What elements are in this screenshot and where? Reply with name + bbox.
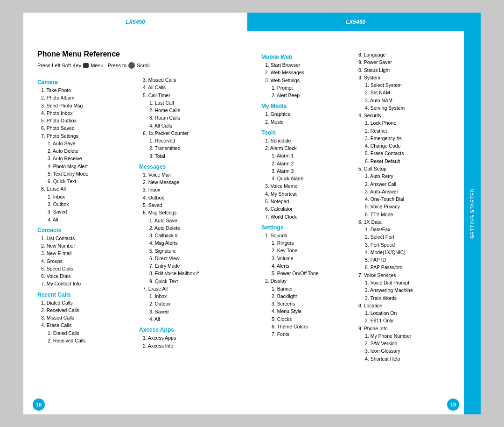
mobile-web-heading: Mobile Web (261, 54, 350, 60)
list-item: 7. Erase All (143, 285, 232, 292)
list-item: 1. Auto Save (48, 140, 135, 147)
list-item: 7. Entry Mode (149, 262, 232, 270)
list-item: 3. Auto-Answer (365, 188, 448, 195)
list-item: 3. Icon Glossary (365, 347, 448, 355)
list-item: 1. Prompt (272, 84, 350, 92)
messages-heading: Messages (139, 164, 232, 170)
list-item: 1. Start Browser (265, 61, 350, 69)
list-item: 4. Outbox (143, 194, 232, 201)
list-item: 2. Home Calls (149, 107, 232, 114)
list-item: 1. Axcess Apps (143, 334, 232, 342)
list-item: 9. Phone Info (358, 325, 448, 332)
list-item: 3. Volume (272, 255, 350, 262)
right-col1: Mobile Web 1. Start Browser 2. Web Messa… (261, 50, 350, 396)
my-media-content: 1. Graphics 2. Music (265, 110, 350, 126)
right-tab: Getting Started (464, 13, 481, 414)
left-col1: Camera 1. Take Photo 2. Photo Album 3. S… (37, 75, 135, 349)
list-item: 4. Erase Calls (41, 321, 135, 329)
list-item: 4. My Shortcut (265, 190, 350, 198)
list-item: 2. Answering Machine (365, 286, 448, 294)
list-item: 8. Location (358, 302, 448, 309)
list-item: 2. Axcess Info (143, 342, 232, 349)
list-item: 1. Take Photo (41, 86, 135, 94)
list-item: 3. Missed Calls (41, 314, 135, 321)
camera-heading: Camera (37, 79, 135, 85)
list-item: 2. Received Calls (48, 337, 135, 344)
list-item: 1. Dialed Calls (48, 329, 135, 337)
list-item: 6. Reset Default (365, 157, 448, 165)
list-item: 2. Received Calls (41, 306, 135, 314)
axcess-apps-content: 1. Axcess Apps 2. Axcess Info (143, 334, 232, 349)
list-item: 4. Quick Alarm (272, 175, 350, 182)
list-item: 5. PAP ID (365, 256, 448, 263)
list-item: 2. Alarm Clock (265, 144, 350, 152)
settings-heading: Settings (261, 224, 350, 231)
list-item: 5. Speed Dials (41, 265, 135, 272)
left-header-title: LX5450 (126, 19, 145, 25)
list-item: 3. Saved (48, 208, 135, 215)
list-item: 1. Location On (365, 309, 448, 317)
list-item: 4. Shortcut Help (365, 355, 448, 363)
list-item: 2. Set NAM (365, 89, 448, 96)
list-item: 3. Total (149, 152, 232, 160)
list-item: 8. Edit Voice Mailbox # (149, 270, 232, 277)
list-item: 2. New Number (41, 242, 135, 249)
list-item: 6. Photo Saved (41, 124, 135, 132)
list-item: 5. Clocks (272, 315, 350, 323)
list-item: 4. Security (358, 112, 448, 119)
list-item: 4. Serving System (365, 104, 448, 112)
list-item: 4. Msg Alerts (149, 239, 232, 247)
right-col2: 8. Language 9. Power Saver 0. Status Lig… (355, 50, 448, 396)
list-item: 4. All (48, 216, 135, 223)
list-item: 5. Call Timer (143, 92, 232, 99)
messages-content: 1. Voice Mail 2. New Message 3. Inbox 4.… (143, 171, 232, 323)
nav-icon (128, 62, 135, 69)
list-item: 4. All Calls (143, 84, 232, 91)
list-item: 3. Roam Calls (149, 114, 232, 121)
list-item: 3. Port Speed (365, 241, 448, 249)
page-number-left: 18 (33, 399, 45, 411)
right-header: LX5450 (247, 13, 464, 31)
list-item: 4. Photo Msg Alert (48, 163, 135, 170)
list-item: 1. Graphics (265, 110, 350, 118)
list-item: 4. All (149, 315, 232, 323)
list-item: 4. All Calls (149, 122, 232, 129)
list-item: 7. Photo Settings (41, 132, 135, 140)
list-item: 2. Backlight (272, 292, 350, 300)
contacts-content: 1. List Contacts 2. New Number 3. New E-… (41, 235, 135, 288)
list-item: 5. Signature (149, 247, 232, 255)
right-header-title: LX5450 (346, 19, 365, 25)
list-item: 8. Erase All (41, 185, 135, 192)
recent-calls-heading: Recent Calls (37, 292, 135, 298)
list-item: 7. World Clock (265, 213, 350, 221)
list-item: 5. Saved (143, 201, 232, 209)
settings-continued: 8. Language 9. Power Saver 0. Status Lig… (358, 51, 448, 363)
list-item: 3. Train Words (365, 294, 448, 302)
list-item: 1. Lock Phone (365, 119, 448, 127)
list-item: 5. Power On/Off Tone (272, 270, 350, 277)
list-item: 3. Auto NAM (365, 97, 448, 104)
list-item: 1. Voice Dial Prompt (365, 279, 448, 286)
list-item: 3. Inbox (143, 186, 232, 193)
list-item: 6. Voice Dials (41, 272, 135, 280)
list-item: 1. Banner (272, 285, 350, 292)
list-item: 2. Answer Call (365, 180, 448, 188)
list-item: 2. Web Messages (265, 69, 350, 76)
list-item: 6. 1X Data (358, 218, 448, 226)
my-media-heading: My Media (261, 103, 350, 109)
list-item: 6. PAP Password (365, 263, 448, 271)
list-item: 1. Received (149, 137, 232, 144)
list-item: 1. Inbox (48, 193, 135, 200)
recent-calls-content: 1. Dialed Calls 2. Received Calls 3. Mis… (41, 299, 135, 345)
list-item: 9. Quick-Text (149, 278, 232, 285)
list-item: 5. Photo Outbox (41, 117, 135, 124)
list-item: 1. My Phone Number (365, 332, 448, 340)
list-item: 2. Photo Album (41, 94, 135, 101)
page-container: LX5450 Phone Menu Reference Press Left S… (23, 13, 481, 414)
list-item: 3. Auto Receive (48, 155, 135, 162)
page-title: Phone Menu Reference (37, 50, 233, 58)
list-item: 5. Text Entry Mode (48, 170, 135, 178)
list-item: 7. Voice Services (358, 271, 448, 279)
list-item: 2. Outbox (149, 300, 232, 307)
soft-key-icon (83, 63, 89, 68)
